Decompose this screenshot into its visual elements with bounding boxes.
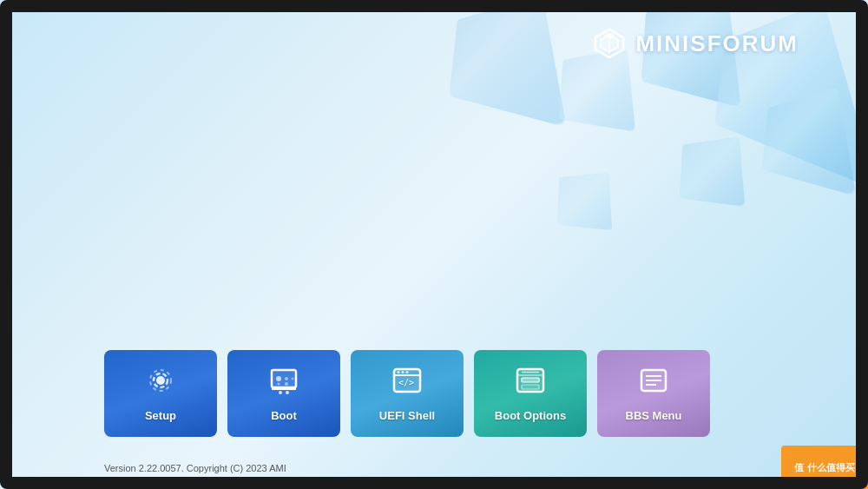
svg-point-14 [278, 383, 280, 386]
version-info: Version 2.22.0057. Copyright (C) 2023 AM… [104, 463, 286, 473]
svg-point-4 [156, 376, 165, 385]
svg-rect-26 [522, 385, 539, 389]
setup-icon [145, 365, 176, 400]
svg-rect-25 [522, 378, 539, 382]
uefi-label: UEFI Shell [379, 409, 435, 422]
cube-decoration [680, 136, 746, 207]
cube-decoration [762, 87, 857, 196]
brand-name: MINISFORUM [635, 30, 799, 57]
bbs-menu-button[interactable]: BBS Menu [597, 350, 710, 437]
brand-logo-icon [592, 26, 627, 61]
svg-point-10 [286, 391, 289, 394]
cube-decoration [557, 172, 612, 230]
svg-point-12 [285, 377, 288, 380]
svg-point-13 [292, 378, 294, 380]
watermark-text: 值 什么值得买 [794, 461, 854, 474]
bios-screen: MINISFORUM Setup [0, 0, 868, 489]
uefi-icon: </> [391, 365, 423, 400]
boot-options-label: Boot Options [495, 409, 566, 422]
uefi-shell-button[interactable]: </> UEFI Shell [351, 350, 464, 437]
setup-button[interactable]: Setup [104, 350, 217, 437]
menu-bar: Setup Boot [104, 350, 710, 437]
boot-options-icon [515, 365, 546, 400]
svg-point-20 [406, 371, 409, 373]
setup-label: Setup [145, 409, 176, 422]
svg-point-19 [402, 371, 404, 373]
boot-icon [268, 365, 299, 400]
svg-point-18 [398, 371, 400, 373]
cube-decoration [559, 49, 635, 132]
boot-button[interactable]: Boot [227, 350, 340, 437]
bbs-icon [638, 365, 669, 400]
cube-decoration [449, 0, 566, 128]
svg-text:</>: </> [398, 378, 414, 387]
boot-label: Boot [271, 409, 297, 422]
boot-options-button[interactable]: Boot Options [474, 350, 587, 437]
svg-point-15 [285, 382, 288, 386]
brand-logo: MINISFORUM [592, 26, 799, 61]
bbs-menu-label: BBS Menu [626, 409, 682, 422]
svg-point-9 [279, 391, 282, 394]
svg-point-11 [276, 376, 281, 381]
watermark: 值 什么值得买 [781, 446, 868, 489]
